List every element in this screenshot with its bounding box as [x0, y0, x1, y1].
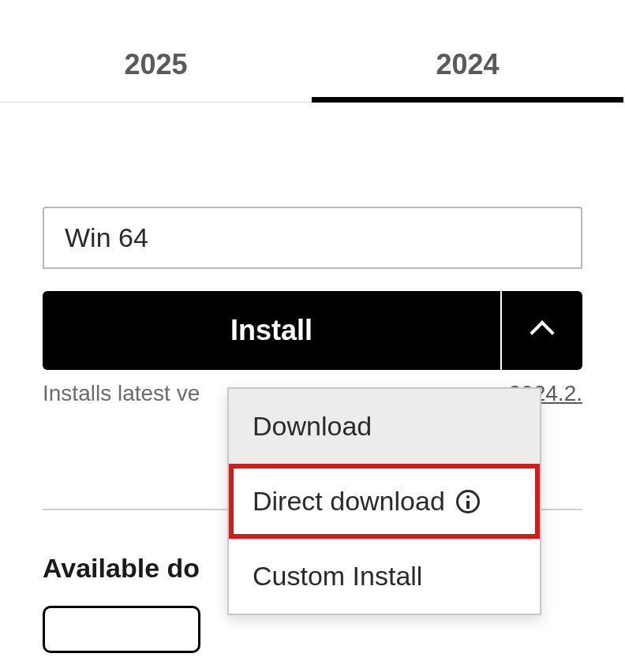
menu-item-direct-download[interactable]: Direct download	[229, 464, 540, 539]
year-tabs: 2025 2024	[0, 0, 625, 103]
menu-item-label: Download	[253, 411, 372, 442]
install-dropdown-toggle[interactable]	[500, 291, 582, 370]
tab-2024[interactable]: 2024	[312, 48, 623, 102]
tab-2025[interactable]: 2025	[0, 48, 312, 102]
install-dropdown-menu: Download Direct download Custom Install	[227, 387, 541, 615]
install-button[interactable]: Install	[43, 291, 500, 370]
install-split-button: Install	[43, 291, 582, 370]
menu-item-download[interactable]: Download	[229, 389, 540, 464]
chevron-up-icon	[530, 320, 554, 345]
info-icon	[456, 490, 480, 513]
platform-select[interactable]: Win 64	[43, 207, 582, 269]
menu-item-label: Direct download	[253, 486, 445, 517]
menu-item-custom-install[interactable]: Custom Install	[229, 539, 540, 614]
download-chip[interactable]	[43, 606, 200, 653]
menu-item-label: Custom Install	[253, 561, 422, 592]
